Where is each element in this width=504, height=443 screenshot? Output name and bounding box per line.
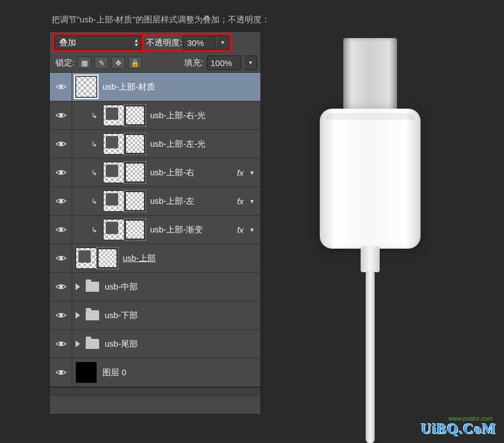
visibility-toggle[interactable] — [50, 244, 72, 272]
visibility-toggle[interactable] — [50, 130, 72, 158]
svg-point-6 — [59, 257, 63, 260]
layer-thumbnail[interactable] — [76, 362, 97, 383]
folder-icon — [86, 339, 99, 349]
visibility-toggle[interactable] — [50, 73, 72, 101]
opacity-input[interactable]: 30% — [183, 35, 216, 50]
layer-thumbnail[interactable] — [103, 105, 124, 126]
layer-name-label: usb-上部-左 — [150, 196, 194, 207]
fx-indicator[interactable]: fx — [237, 197, 244, 206]
layer-name-label: usb-上部-渐变 — [150, 225, 203, 235]
fx-indicator[interactable]: fx — [237, 168, 244, 178]
vector-mask-thumbnail[interactable] — [125, 163, 144, 182]
layer-row[interactable]: ↲ usb-上部-右-光 — [50, 101, 260, 130]
layer-name-label: usb-上部 — [123, 253, 156, 264]
visibility-toggle[interactable] — [50, 330, 72, 358]
svg-point-10 — [59, 371, 63, 374]
opacity-label: 不透明度: — [146, 38, 182, 48]
layer-row[interactable]: usb-上部-材质 — [50, 73, 260, 101]
lock-paint-button[interactable]: ✎ — [95, 57, 108, 69]
blend-mode-dropdown[interactable]: 叠加 ▲▼ — [54, 35, 142, 50]
layer-row[interactable]: usb-上部 — [50, 244, 260, 273]
lock-all-button[interactable]: 🔒 — [128, 57, 142, 69]
visibility-toggle[interactable] — [50, 273, 72, 301]
blend-opacity-row: 叠加 ▲▼ 不透明度: 30% ▼ — [50, 32, 260, 52]
layer-row[interactable]: ↲ usb-上部-渐变 fx ▼ — [50, 216, 260, 244]
layer-name-label: 图层 0 — [102, 367, 127, 378]
layer-name-label: usb-上部-材质 — [102, 82, 155, 92]
visibility-toggle[interactable] — [50, 101, 72, 129]
svg-point-9 — [59, 342, 63, 346]
instruction-caption: 把调节"usb-上部-材质"的图层样式调整为叠加；不透明度：30%； — [52, 15, 295, 25]
usb-tip-shape — [343, 38, 397, 115]
layer-group-row[interactable]: usb-尾部 — [50, 330, 260, 358]
eye-icon — [55, 226, 67, 234]
fx-expand-icon[interactable]: ▼ — [247, 167, 257, 178]
layer-thumbnail[interactable] — [103, 219, 124, 240]
layer-name-label: usb-上部-右 — [150, 167, 194, 178]
group-expand-icon[interactable] — [76, 312, 80, 319]
opacity-group: 不透明度: 30% ▼ — [144, 35, 230, 50]
panel-footer — [50, 387, 260, 397]
eye-icon — [55, 283, 67, 291]
brush-icon: ✎ — [99, 59, 105, 67]
group-expand-icon[interactable] — [76, 341, 80, 347]
usb-tail-shape — [361, 246, 380, 272]
eye-icon — [55, 369, 67, 376]
visibility-toggle[interactable] — [50, 216, 72, 244]
checkerboard-icon: ▦ — [81, 59, 88, 67]
eye-icon — [55, 197, 67, 205]
layer-name-label: usb-中部 — [105, 282, 138, 292]
layer-group-row[interactable]: usb-中部 — [50, 273, 260, 301]
layer-row[interactable]: ↲ usb-上部-右 fx ▼ — [50, 158, 260, 187]
layer-name-label: usb-上部-左-光 — [150, 139, 206, 150]
visibility-toggle[interactable] — [50, 301, 72, 329]
svg-point-2 — [59, 142, 63, 146]
lock-move-button[interactable]: ✥ — [111, 57, 125, 69]
visibility-toggle[interactable] — [50, 187, 72, 215]
usb-body-shape — [320, 109, 421, 249]
visibility-toggle[interactable] — [50, 158, 72, 186]
eye-icon — [55, 169, 67, 176]
fx-expand-icon[interactable]: ▼ — [247, 225, 257, 235]
lock-transparency-button[interactable]: ▦ — [78, 57, 91, 69]
layer-name-label: usb-尾部 — [105, 339, 138, 349]
svg-point-1 — [59, 114, 63, 117]
layer-row[interactable]: ↲ usb-上部-左 fx ▼ — [50, 187, 260, 216]
folder-icon — [86, 310, 99, 320]
lock-label: 锁定: — [55, 58, 74, 68]
visibility-toggle[interactable] — [50, 358, 72, 386]
fill-dropdown-button[interactable]: ▼ — [245, 55, 257, 70]
layers-panel: 叠加 ▲▼ 不透明度: 30% ▼ 锁定: ▦ ✎ ✥ 🔒 填充: 100% ▼ — [49, 31, 261, 414]
layer-thumbnail[interactable] — [76, 76, 97, 97]
clip-indicator-icon: ↲ — [91, 197, 97, 206]
eye-icon — [55, 111, 67, 119]
clip-indicator-icon: ↲ — [91, 226, 97, 234]
watermark: UiBQ.CoM — [421, 421, 496, 437]
fx-expand-icon[interactable]: ▼ — [247, 196, 257, 206]
group-expand-icon[interactable] — [76, 283, 80, 290]
usb-cable-shape — [366, 270, 375, 443]
vector-mask-thumbnail[interactable] — [125, 220, 144, 239]
opacity-dropdown-button[interactable]: ▼ — [217, 35, 229, 50]
folder-icon — [86, 282, 99, 292]
vector-mask-thumbnail[interactable] — [125, 134, 144, 153]
blend-mode-value: 叠加 — [59, 38, 76, 48]
layer-thumbnail[interactable] — [103, 162, 124, 183]
canvas-preview — [269, 0, 504, 443]
fx-indicator[interactable]: fx — [237, 225, 244, 235]
fill-input[interactable]: 100% — [207, 55, 241, 70]
layer-row[interactable]: 图层 0 — [50, 358, 260, 387]
eye-icon — [55, 254, 67, 262]
vector-mask-thumbnail[interactable] — [98, 249, 117, 268]
fill-label: 填充: — [184, 58, 203, 68]
layer-row[interactable]: ↲ usb-上部-左-光 — [50, 130, 260, 158]
layer-thumbnail[interactable] — [76, 248, 97, 269]
vector-mask-thumbnail[interactable] — [125, 192, 144, 211]
lock-fill-row: 锁定: ▦ ✎ ✥ 🔒 填充: 100% ▼ — [50, 52, 260, 73]
layer-group-row[interactable]: usb-下部 — [50, 301, 260, 330]
svg-point-0 — [59, 85, 63, 88]
layer-thumbnail[interactable] — [103, 133, 124, 155]
layer-thumbnail[interactable] — [103, 190, 124, 212]
layer-name-label: usb-上部-右-光 — [150, 110, 206, 121]
vector-mask-thumbnail[interactable] — [125, 106, 144, 125]
